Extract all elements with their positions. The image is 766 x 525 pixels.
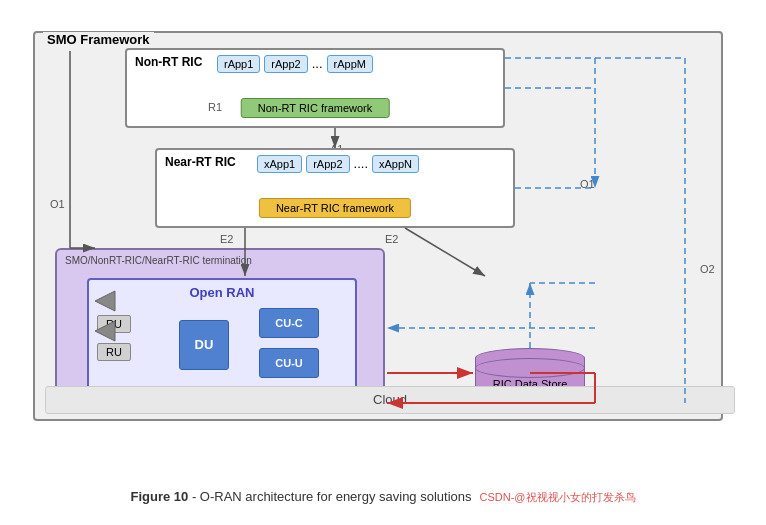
open-ran-inner-box: Open RAN RU RU DU CU-C CU-U bbox=[87, 278, 357, 393]
rapp2-near: rApp2 bbox=[306, 155, 349, 173]
open-ran-outer-box: SMO/NonRT-RIC/NearRT-RIC termination Ope… bbox=[55, 248, 385, 408]
rapp1: rApp1 bbox=[217, 55, 260, 73]
xappn: xAppN bbox=[372, 155, 419, 173]
label-o1-left: O1 bbox=[50, 198, 65, 210]
label-r1: R1 bbox=[208, 101, 222, 113]
ru1-box: RU bbox=[97, 315, 131, 333]
rappm: rAppM bbox=[327, 55, 373, 73]
xapp1: xApp1 bbox=[257, 155, 302, 173]
near-rt-ric-label: Near-RT RIC bbox=[165, 155, 236, 169]
label-e2-right: E2 bbox=[385, 233, 398, 245]
watermark: CSDN-@祝视视小女的打发杀鸟 bbox=[480, 491, 636, 503]
non-rt-framework-label: Non-RT RIC framework bbox=[241, 98, 390, 118]
label-o1-right: O1 bbox=[580, 178, 595, 190]
dots2: .... bbox=[354, 156, 368, 171]
du-box: DU bbox=[179, 320, 229, 370]
ru2-box: RU bbox=[97, 343, 131, 361]
ru-container: RU RU bbox=[97, 315, 131, 361]
label-e2-left: E2 bbox=[220, 233, 233, 245]
figure-number: Figure 10 bbox=[130, 489, 188, 504]
smo-framework-label: SMO Framework bbox=[43, 32, 154, 47]
cu-u-box: CU-U bbox=[259, 348, 319, 378]
non-rt-ric-box: Non-RT RIC rApp1 rApp2 ... rAppM Non-RT … bbox=[125, 48, 505, 128]
svg-line-8 bbox=[405, 228, 485, 276]
smo-framework-box: SMO Framework Non-RT RIC rApp1 rApp2 ...… bbox=[33, 31, 723, 421]
label-o2: O2 bbox=[700, 263, 715, 275]
caption-text: - O-RAN architecture for energy saving s… bbox=[188, 489, 471, 504]
near-rt-framework-label: Near-RT RIC framework bbox=[259, 198, 411, 218]
rapp2: rApp2 bbox=[264, 55, 307, 73]
dots: ... bbox=[312, 56, 323, 71]
cu-c-box: CU-C bbox=[259, 308, 319, 338]
open-ran-title: Open RAN bbox=[190, 285, 255, 300]
open-ran-outer-label: SMO/NonRT-RIC/NearRT-RIC termination bbox=[65, 255, 252, 266]
non-rt-apps: rApp1 rApp2 ... rAppM bbox=[217, 55, 373, 73]
figure-caption: Figure 10 - O-RAN architecture for energ… bbox=[130, 489, 635, 505]
non-rt-ric-label: Non-RT RIC bbox=[135, 55, 202, 69]
ric-ds-mid bbox=[475, 358, 585, 378]
near-rt-ric-box: Near-RT RIC xApp1 rApp2 .... xAppN Near-… bbox=[155, 148, 515, 228]
diagram: SMO Framework Non-RT RIC rApp1 rApp2 ...… bbox=[23, 21, 743, 481]
near-rt-apps: xApp1 rApp2 .... xAppN bbox=[257, 155, 419, 173]
cloud-bar: Cloud bbox=[45, 386, 735, 414]
